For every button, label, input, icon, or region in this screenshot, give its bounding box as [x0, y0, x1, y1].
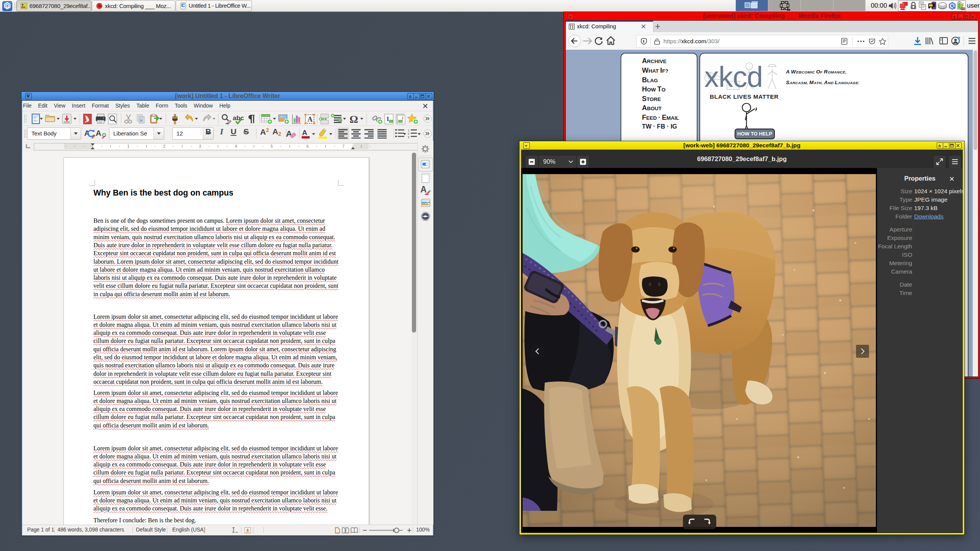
- svg-text:5: 5: [271, 144, 273, 148]
- svg-text:6: 6: [307, 144, 309, 148]
- svg-text:1: 1: [386, 116, 389, 122]
- svg-text:A: A: [307, 115, 313, 123]
- svg-text:1: 1: [127, 144, 130, 148]
- svg-text:A: A: [96, 129, 101, 137]
- svg-text:i: i: [402, 115, 403, 121]
- svg-text:4: 4: [235, 144, 237, 148]
- svg-text:3: 3: [199, 144, 201, 148]
- svg-text:2: 2: [163, 144, 165, 148]
- svg-text:Ω: Ω: [350, 114, 358, 124]
- svg-text:abc: abc: [233, 114, 244, 122]
- svg-text:2: 2: [408, 132, 410, 135]
- svg-text:3: 3: [408, 135, 410, 139]
- svg-text:A: A: [420, 184, 427, 194]
- svg-text:7: 7: [342, 144, 345, 148]
- svg-text:1: 1: [408, 129, 410, 132]
- svg-text:A: A: [302, 129, 307, 137]
